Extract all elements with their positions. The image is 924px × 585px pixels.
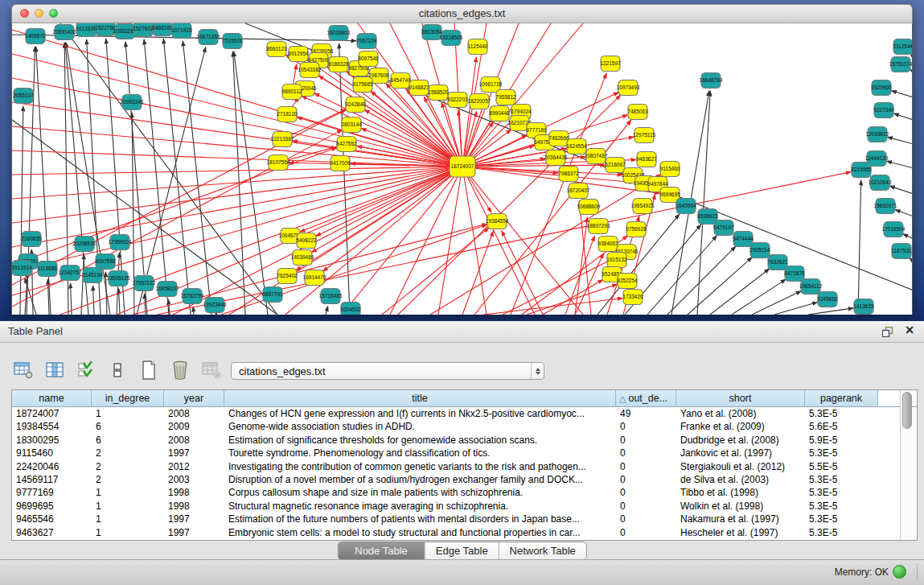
citation-edge [774, 303, 818, 315]
table-source-select[interactable]: citations_edges.txt [231, 362, 544, 380]
network-window[interactable]: citations_edges.txt 18724007866012389129… [11, 4, 913, 314]
network-node-label: 1071915 [171, 27, 192, 33]
table-cell: 9115460 [12, 447, 92, 459]
close-window-icon[interactable] [20, 9, 29, 18]
float-panel-icon[interactable] [882, 326, 893, 340]
tab-edge-table[interactable]: Edge Table [425, 542, 499, 559]
network-node-label: 1413615 [853, 303, 874, 309]
column-header-out_de[interactable]: △out_de... [616, 390, 676, 406]
citation-edge [732, 279, 786, 315]
network-node-label: 9463627 [636, 156, 657, 162]
network-node-label: 2967608 [368, 72, 389, 78]
network-node-label: 12213387 [271, 136, 294, 142]
select-stepper-icon[interactable] [531, 363, 544, 379]
network-node-label: 1527602 [133, 26, 154, 31]
citation-edge [81, 254, 84, 315]
citation-edge [889, 186, 912, 194]
column-visibility-icon[interactable] [44, 360, 65, 381]
table-cell: Genome-wide association studies in ADHD. [224, 420, 616, 433]
column-header-short[interactable]: short [676, 390, 805, 406]
table-cell: 1 [92, 500, 164, 513]
column-header-name[interactable]: name [12, 390, 92, 406]
tab-node-table[interactable]: Node Table [338, 542, 425, 559]
network-node-label: 2055107 [13, 93, 34, 98]
table-cell: Yano et al. (2008) [676, 407, 805, 420]
citation-edge [311, 167, 462, 253]
table-row[interactable]: 1456911722003Disruption of a novel membe… [12, 473, 917, 486]
close-panel-icon[interactable]: ✕ [905, 323, 914, 336]
node-table[interactable]: namein_degreeyeartitle△out_de...shortpag… [11, 389, 918, 541]
network-view-canvas[interactable]: 1872400786601238912954182260589427509818… [11, 23, 913, 315]
table-cell: 6 [92, 420, 164, 433]
citation-edge [20, 106, 23, 315]
table-cell: 0 [616, 447, 676, 459]
network-node-label: 5498222 [296, 237, 317, 243]
minimize-window-icon[interactable] [35, 9, 43, 18]
table-cell: Dudbridge et al. (2008) [676, 434, 805, 447]
citation-edge [193, 307, 194, 315]
table-cell: Franke et al. (2009) [676, 420, 805, 433]
network-node-label: 1112544 [893, 43, 912, 49]
table-row[interactable]: 946554611997Estimation of the future num… [12, 513, 917, 525]
citation-edge [302, 96, 462, 167]
rows-icon[interactable] [107, 360, 128, 381]
scrollbar-thumb[interactable] [902, 392, 912, 429]
column-header-in_degree[interactable]: in_degree [92, 390, 164, 406]
table-cell: Tibbo et al. (1998) [676, 486, 805, 499]
citation-edge [575, 217, 587, 315]
table-scrollbar[interactable] [900, 390, 912, 540]
new-file-icon[interactable] [138, 360, 159, 381]
table-row[interactable]: 1938455462009Genome-wide association stu… [12, 420, 917, 433]
citation-edge [891, 91, 912, 97]
delete-icon[interactable] [170, 360, 191, 381]
network-node-label: 9497844 [647, 181, 668, 187]
table-cell: 2 [92, 447, 164, 459]
table-cell: 0 [616, 486, 676, 499]
network-window-titlebar[interactable]: citations_edges.txt [11, 4, 913, 23]
network-node-label: 9115460 [660, 166, 680, 171]
table-row[interactable]: 1830029562008Estimation of significance … [12, 434, 917, 447]
network-node-label: 18220057 [468, 98, 491, 104]
delete-table-icon[interactable] [201, 360, 222, 381]
table-cell: Nakamura et al. (1997) [676, 513, 805, 525]
table-row[interactable]: 977716911998Corpus callosum shape and si… [12, 486, 917, 499]
column-header-year[interactable]: year [164, 390, 224, 406]
table-cell: 2003 [164, 473, 224, 486]
network-node-label: 7515526 [222, 38, 243, 43]
citation-edge [752, 291, 801, 315]
zoom-window-icon[interactable] [49, 9, 58, 18]
network-node-label: 7986372 [558, 171, 579, 176]
column-header-title[interactable]: title [224, 390, 616, 406]
row-checklist-icon[interactable] [76, 360, 97, 381]
citation-edge [887, 161, 912, 168]
table-row[interactable]: 2242004622012Investigating the contribut… [12, 460, 917, 473]
table-cell: 1997 [164, 513, 224, 525]
citation-edge [93, 286, 94, 315]
network-node-label: 9204502 [340, 307, 361, 312]
table-cell: Wolkin et al. (1998) [676, 500, 805, 513]
table-mode-icon[interactable] [13, 360, 34, 381]
column-header-pagerank[interactable]: pagerank [805, 390, 878, 406]
network-node-label: 18720407 [567, 187, 590, 193]
table-cell: Jankovic et al. (1997) [676, 447, 805, 459]
network-node-label: 8097546 [358, 56, 379, 61]
table-toolbar: f(x) [13, 356, 253, 384]
network-node-label: 9474444 [733, 236, 754, 241]
table-row[interactable]: 969969511998Structural magnetic resonanc… [12, 500, 917, 513]
table-cell: 2008 [164, 407, 224, 420]
citation-edge [173, 167, 462, 315]
network-node-label: 9777169 [526, 127, 547, 133]
table-header-row: namein_degreeyeartitle△out_de...shortpag… [12, 390, 917, 407]
network-node-label: 1624554 [566, 143, 587, 149]
citation-edge [462, 167, 583, 315]
memory-status-label: Memory: OK [835, 566, 889, 578]
table-cell: 5.3E-5 [805, 473, 878, 486]
table-row[interactable]: 911546021997Tourette syndrome. Phenomeno… [12, 447, 917, 459]
table-row[interactable]: 1872400712008Changes of HCN gene express… [12, 407, 917, 420]
network-node-label: 9384067 [598, 241, 618, 246]
network-node-label: 10973493 [617, 84, 640, 90]
table-cell: Hescheler et al. (1997) [676, 526, 805, 539]
tab-network-table[interactable]: Network Table [499, 542, 586, 559]
network-node-label: 1013328 [76, 26, 97, 31]
table-row[interactable]: 946362711997Embryonic stem cells: a mode… [12, 526, 917, 539]
